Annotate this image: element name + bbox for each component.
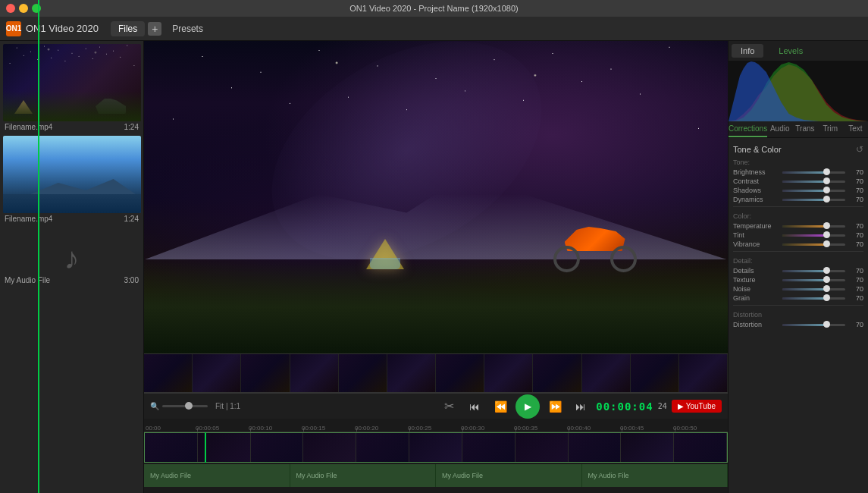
youtube-export-button[interactable]: ▶ YouTube: [672, 400, 722, 413]
color-detail-divider: [733, 251, 863, 252]
details-slider[interactable]: [782, 270, 845, 272]
media-item-0[interactable]: Filename.mp4 1:24: [3, 44, 140, 133]
tint-fill: [782, 234, 826, 237]
brightness-label: Brightness: [733, 168, 782, 176]
shadows-fill: [782, 190, 826, 192]
vibrance-row: Vibrance 70: [733, 240, 863, 248]
rewind-button[interactable]: ⏪: [490, 396, 511, 417]
tint-thumb: [823, 231, 830, 238]
tint-slider[interactable]: [782, 234, 845, 237]
track-frame-7: [515, 433, 569, 462]
track-frame-3: [303, 433, 356, 462]
info-tab[interactable]: Info: [732, 44, 763, 58]
filmstrip-frame-3: [290, 354, 339, 392]
media-name-1: Filename.mp4: [5, 215, 52, 223]
scissors-button[interactable]: ✂: [438, 396, 459, 417]
texture-slider[interactable]: [782, 279, 845, 281]
media-thumbnail-1: [3, 136, 141, 213]
bike-wheel-front: [610, 246, 637, 272]
filmstrip-frame-9: [582, 354, 631, 392]
video-track-clip[interactable]: [144, 432, 728, 463]
tint-row: Tint 70: [733, 231, 863, 239]
minimize-button[interactable]: [19, 4, 28, 13]
zoom-control[interactable]: 🔍: [150, 402, 208, 410]
tab-audio[interactable]: Audio: [767, 121, 792, 137]
audio-segment-2: My Audio File: [436, 464, 582, 487]
texture-row: Texture 70: [733, 276, 863, 284]
contrast-label: Contrast: [733, 177, 782, 185]
media-item-2[interactable]: ♪ My Audio File 3:00: [3, 231, 140, 300]
shadows-label: Shadows: [733, 187, 782, 194]
media-duration-0: 1:24: [124, 123, 139, 131]
ruler-mark-0: 00:00: [146, 425, 161, 432]
filmstrip-frame-1: [193, 354, 241, 392]
grain-fill: [782, 297, 826, 300]
contrast-slider[interactable]: [782, 181, 845, 183]
corrections-content: Tone & Color ↺ Tone: Brightness 70 Contr…: [729, 138, 868, 493]
filmstrip-frame-11: [679, 354, 728, 392]
media-item-1[interactable]: Filename.mp4 1:24: [3, 136, 140, 225]
fast-forward-button[interactable]: ⏩: [544, 396, 566, 417]
track-frame-8: [569, 433, 622, 462]
audio-segment-label-0: My Audio File: [150, 472, 191, 479]
dynamics-value: 70: [848, 196, 863, 203]
noise-value: 70: [848, 285, 863, 293]
noise-fill: [782, 288, 826, 290]
filmstrip-frame-7: [484, 354, 533, 392]
tab-trim[interactable]: Trim: [818, 121, 843, 137]
skip-forward-button[interactable]: ⏭: [570, 396, 591, 417]
close-button[interactable]: [6, 4, 15, 13]
ruler-mark-6: 00:00:30: [461, 425, 484, 432]
contrast-fill: [782, 181, 826, 183]
audio-segment-0: My Audio File: [144, 464, 290, 487]
levels-tab[interactable]: Levels: [769, 44, 812, 58]
brightness-slider[interactable]: [782, 171, 845, 174]
media-thumbnail-0: [3, 44, 141, 121]
audio-segment-1: My Audio File: [290, 464, 437, 487]
video-preview[interactable]: [144, 41, 728, 353]
distortion-slider[interactable]: [782, 324, 845, 326]
tab-corrections[interactable]: Corrections: [729, 121, 767, 137]
app-logo: ON1 ON1 Video 2020: [6, 21, 99, 36]
dynamics-label: Dynamics: [733, 196, 782, 203]
reset-button[interactable]: ↺: [856, 144, 863, 155]
media-name-0: Filename.mp4: [5, 123, 52, 131]
zoom-slider[interactable]: [162, 405, 208, 407]
temperature-value: 70: [848, 222, 863, 230]
ruler-mark-5: 00:00:25: [408, 425, 431, 432]
tab-trans[interactable]: Trans: [792, 121, 817, 137]
distortion-row: Distortion 70: [733, 321, 863, 328]
shadows-slider[interactable]: [782, 190, 845, 192]
tent-icon: [14, 100, 33, 114]
files-tab[interactable]: Files: [111, 21, 145, 36]
fullscreen-button[interactable]: [32, 4, 41, 13]
details-fill: [782, 270, 826, 272]
temperature-slider[interactable]: [782, 225, 845, 228]
details-label: Details: [733, 267, 782, 275]
grain-slider[interactable]: [782, 297, 845, 300]
audio-segment-label-2: My Audio File: [442, 472, 483, 479]
dynamics-slider[interactable]: [782, 199, 845, 201]
contrast-value: 70: [848, 177, 863, 185]
play-button[interactable]: ▶: [515, 394, 540, 419]
noise-label: Noise: [733, 285, 782, 293]
vibrance-slider[interactable]: [782, 243, 845, 246]
noise-slider[interactable]: [782, 288, 845, 290]
add-media-button[interactable]: +: [148, 22, 161, 36]
timecode-frames: 24: [658, 402, 667, 410]
presets-tab[interactable]: Presets: [165, 21, 211, 36]
window-title: ON1 Video 2020 - Project Name (1920x1080…: [349, 4, 518, 13]
timeline-tracks: My Audio File My Audio File My Audio Fil…: [144, 432, 728, 493]
water-reflection: [3, 194, 141, 213]
filmstrip-frame-4: [339, 354, 387, 392]
tint-label: Tint: [733, 231, 782, 239]
audio-segment-3: My Audio File: [582, 464, 729, 487]
tab-text[interactable]: Text: [843, 121, 868, 137]
grain-value: 70: [848, 294, 863, 302]
skip-back-button[interactable]: ⏮: [464, 396, 485, 417]
ruler-mark-1: 00:00:05: [196, 425, 219, 432]
noise-row: Noise 70: [733, 285, 863, 293]
histogram-chart: [729, 61, 868, 121]
temperature-row: Temperature 70: [733, 222, 863, 230]
timeline-controls: 🔍 Fit | 1:1 ✂ ⏮ ⏪ ▶ ⏩ ⏭ 00:00:0424 ▶ You…: [144, 393, 728, 419]
